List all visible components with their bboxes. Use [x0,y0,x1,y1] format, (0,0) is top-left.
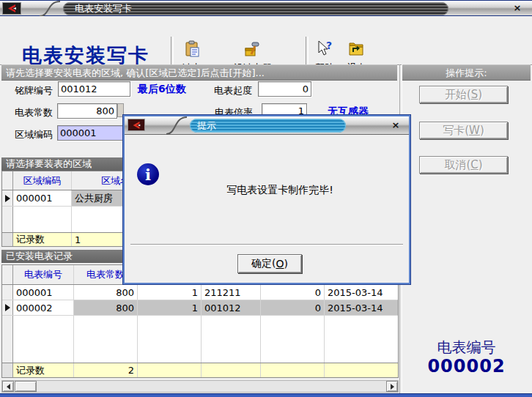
window-title: 电表安装写卡 [63,2,448,15]
cell-meter-constant: 800 [74,285,138,300]
table-row[interactable]: 000001 800 1 211211 0 2015-03-14 [2,285,398,300]
instruction-statusbar: 请先选择要安装电表的区域, 确认[区域已选定]后点击[开始]... [1,64,397,81]
dialog-separator [130,244,403,245]
cell-start-reading: 0 [261,285,325,300]
help-cursor-icon: ? [315,40,334,62]
app-window: 电表安装写卡 × 电表安装写卡 读卡 [0,0,532,397]
start-button[interactable]: 开始(S) [419,86,508,103]
meter-number-label: 电表编号 [402,338,531,357]
column-header-meter-no: 电表编号 [13,265,74,284]
cell-nameplate: 001012 [202,300,261,315]
cell-region-code: 000001 [13,190,72,206]
constant-input[interactable] [57,103,117,119]
cell-ratio: 1 [138,285,202,300]
nameplate-input[interactable] [58,81,130,97]
table-row[interactable]: 000002 800 1 001012 0 2015-03-14 [2,300,398,316]
row-selector-cell [2,285,13,300]
operation-hint-header: 操作提示: [402,64,531,81]
last6-hint: 最后6位数 [138,83,186,96]
meter-table-footer: 记录数 2 [2,363,398,377]
cell-ratio: 1 [138,300,202,315]
cell-start-reading: 0 [261,300,325,315]
right-arrow-icon [391,384,394,390]
info-icon: i [137,163,159,185]
left-arrow-icon [7,384,10,390]
clipboard-icon [182,40,202,62]
cell-date: 2015-03-14 [325,285,398,300]
cell-meter-no: 000002 [13,300,74,315]
record-count-label: 记录数 [13,363,74,377]
meter-number-value: 000002 [402,356,531,376]
row-selector-cell [2,190,13,206]
write-card-button[interactable]: 写卡(W) [419,122,508,139]
window-titlebar: 电表安装写卡 × [0,0,532,16]
current-row-marker-icon [5,195,10,202]
titlebar-swoosh [38,1,66,17]
horizontal-scrollbar[interactable] [1,380,399,393]
toolbar: 电表安装写卡 读卡 [0,16,532,65]
cell-meter-no: 000001 [13,285,74,300]
window-border-bottom [0,393,532,397]
dialog-close-button[interactable]: × [390,119,402,131]
record-count-value: 2 [74,363,138,377]
current-row-marker-icon [5,304,10,311]
cancel-button[interactable]: 取消(C) [419,156,508,174]
constant-label: 电表常数 [15,106,53,119]
start-reading-input[interactable] [258,81,311,97]
record-count-label: 记录数 [13,233,72,246]
column-header-region-code: 区域编码 [13,171,72,190]
cell-nameplate: 211211 [202,285,261,300]
nameplate-label: 铭牌编号 [15,84,53,97]
cell-meter-constant: 800 [74,300,138,315]
scroll-right-button[interactable] [386,381,398,392]
scroll-left-button[interactable] [2,381,14,392]
scrollbar-thumb[interactable] [15,381,37,392]
dialog-titlebar: 提示 × [125,116,409,135]
start-reading-label: 电表起度 [214,84,252,97]
exit-folder-icon [347,40,366,62]
row-selector-cell [2,300,13,315]
toolbox-hammer-icon [243,40,262,62]
app-logo-icon [2,2,21,15]
dialog-message: 写电表设置卡制作完毕! [125,184,409,197]
dialog-logo-icon [128,119,145,131]
message-dialog: 提示 × i 写电表设置卡制作完毕! 确定(O) [123,115,410,284]
svg-text:?: ? [326,40,332,51]
dialog-titlebar-swoosh [165,116,193,135]
scrollbar-track[interactable] [37,381,386,392]
region-code-label: 区域编码 [15,128,53,141]
row-selector-header [2,265,13,284]
table-empty-area [2,316,398,363]
dialog-title: 提示 [190,119,346,133]
region-code-input[interactable] [57,125,130,141]
row-selector-header [2,171,13,190]
window-close-button[interactable]: × [511,2,523,14]
ok-button[interactable]: 确定(O) [237,254,302,273]
cell-date: 2015-03-14 [325,300,398,315]
